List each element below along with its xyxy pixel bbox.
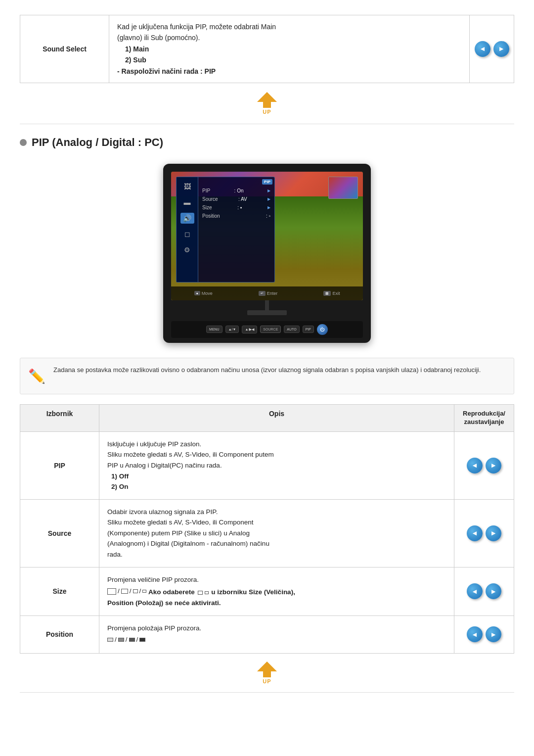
source-row-desc: Odabir izvora ulaznog signala za PIP. Sl… xyxy=(99,500,454,567)
osd-source-val: : AV xyxy=(238,196,247,202)
source-next-btn[interactable] xyxy=(486,525,501,541)
pos-box-1 xyxy=(107,638,113,642)
osd-size-key: Size xyxy=(202,205,212,210)
osd-source-key: Source xyxy=(202,196,218,202)
source-row: Source Odabir izvora ulaznog signala za … xyxy=(20,500,514,567)
pip-row-label: PIP xyxy=(20,432,99,499)
pip-next-btn[interactable] xyxy=(486,458,501,473)
bottom-up-arrow-container: UP xyxy=(0,654,534,684)
pip-prev-btn[interactable] xyxy=(467,458,483,473)
pip-small-window xyxy=(328,177,358,199)
osd-position-val: : ▫ xyxy=(266,213,270,219)
source-desc-3: (Komponente) putem PIP (Slike u slici) u… xyxy=(107,529,250,537)
col-opis-header: Opis xyxy=(99,405,454,431)
osd-enter-btn: ↵ Enter xyxy=(259,291,278,296)
size-box-md xyxy=(121,589,128,594)
size-box-xs xyxy=(142,590,146,593)
mon-btn-pip[interactable]: PIP xyxy=(303,326,314,333)
pos-sep-3: / xyxy=(136,634,138,645)
position-row-desc: Promjena položaja PIP prozora. / / / xyxy=(99,616,454,653)
osd-row-size: Size : ▪ ▶ xyxy=(202,205,270,210)
size-box-lg xyxy=(107,588,116,595)
osd-exit-label: Exit xyxy=(332,291,340,296)
pos-box-2 xyxy=(118,638,124,642)
desc-line2: (glavno) ili Sub (pomoćno). xyxy=(117,34,200,42)
position-next-btn[interactable] xyxy=(486,626,501,642)
pip-desc-1: Isključuje i uključuje PIP zaslon. xyxy=(107,440,201,448)
stand-neck xyxy=(265,300,269,310)
osd-pip-val: : On xyxy=(234,188,244,193)
mon-btn-menu[interactable]: MENU xyxy=(206,326,222,333)
osd-row-source: Source : AV ▶ xyxy=(202,196,270,202)
size-prev-btn[interactable] xyxy=(467,583,483,599)
mon-btn-av[interactable]: ▲/▼ xyxy=(225,326,239,333)
size-smallest-ref xyxy=(198,591,203,595)
osd-move-label: Move xyxy=(202,291,213,296)
mon-btn-nav[interactable]: ▲/▶◀ xyxy=(242,326,257,333)
source-desc-2: Sliku možete gledati s AV, S-Video, ili … xyxy=(107,519,253,526)
osd-enter-label: Enter xyxy=(267,291,278,296)
col-repr-header: Reprodukcija/ zaustavljanje xyxy=(454,405,514,431)
pip-row-desc: Isključuje i uključuje PIP zaslon. Sliku… xyxy=(99,432,454,499)
osd-position-key: Position xyxy=(202,213,220,219)
monitor-screen: 🖼 ▬ 🔊 ◻ ⚙ PIP PIP : On ▶ xyxy=(171,172,363,300)
desc-option2: 2) Sub xyxy=(125,56,146,64)
position-row: Position Promjena položaja PIP prozora. … xyxy=(20,616,514,653)
sound-select-btn-pair xyxy=(475,41,509,57)
heading-dot-icon xyxy=(20,139,27,146)
osd-source-arrow: ▶ xyxy=(267,197,270,201)
monitor-outer: 🖼 ▬ 🔊 ◻ ⚙ PIP PIP : On ▶ xyxy=(163,164,371,343)
desc-option1: 1) Main xyxy=(125,45,149,53)
size-row: Size Promjena veličine PIP prozora. / / … xyxy=(20,567,514,616)
sound-select-desc: Kad je uključena funkcija PIP, možete od… xyxy=(109,15,469,83)
source-desc-1: Odabir izvora ulaznog signala za PIP. xyxy=(107,508,218,516)
monitor-container: 🖼 ▬ 🔊 ◻ ⚙ PIP PIP : On ▶ xyxy=(0,164,534,343)
sound-select-table: Sound Select Kad je uključena funkcija P… xyxy=(20,15,514,83)
sound-select-prev-btn[interactable] xyxy=(475,41,490,57)
position-row-label: Position xyxy=(20,616,99,653)
mon-btn-power[interactable]: ⏻ xyxy=(317,324,328,335)
osd-pip-key: PIP xyxy=(202,188,210,193)
source-desc-4: (Analognom) i Digital (Digitalnom - raču… xyxy=(107,540,269,547)
source-prev-btn[interactable] xyxy=(467,525,483,541)
position-desc-1: Promjena položaja PIP prozora. xyxy=(107,624,201,632)
monitor-buttons-row: MENU ▲/▼ ▲/▶◀ SOURCE AUTO PIP ⏻ xyxy=(171,321,363,338)
main-table: Izbornik Opis Reprodukcija/ zaustavljanj… xyxy=(20,404,514,654)
sound-select-icons xyxy=(469,15,514,83)
osd-exit-icon: ▦ xyxy=(323,291,331,296)
size-row-label: Size xyxy=(20,567,99,615)
osd-move-btn: ● Move xyxy=(194,291,213,296)
sound-select-row: Sound Select Kad je uključena funkcija P… xyxy=(20,15,514,83)
pip-desc-4: 1) Off xyxy=(111,472,129,480)
pip-btn-pair xyxy=(467,458,501,473)
bottom-up-arrow-head xyxy=(257,662,277,671)
osd-pip-arrow: ▶ xyxy=(267,189,270,193)
osd-move-icon: ● xyxy=(194,291,200,295)
pos-sep-1: / xyxy=(115,634,117,645)
size-sep-2: / xyxy=(130,586,132,597)
size-next-btn[interactable] xyxy=(486,583,501,599)
size-row-desc: Promjena veličine PIP prozora. / / / Ako… xyxy=(99,567,454,615)
pos-box-3 xyxy=(129,638,135,642)
desc-line1: Kad je uključena funkcija PIP, možete od… xyxy=(117,23,276,31)
position-row-icons xyxy=(454,616,514,653)
bottom-up-arrow-text: UP xyxy=(263,678,271,684)
source-row-icons xyxy=(454,500,514,567)
osd-menu: 🖼 ▬ 🔊 ◻ ⚙ PIP PIP : On ▶ xyxy=(176,177,275,283)
position-prev-btn[interactable] xyxy=(467,626,483,642)
osd-content: PIP PIP : On ▶ Source : AV ▶ xyxy=(198,177,274,282)
size-sep-1: / xyxy=(118,586,120,597)
bottom-up-arrow: UP xyxy=(257,662,277,684)
desc-option3: - Raspoloživi načini rada : PIP xyxy=(117,67,216,75)
mon-btn-source[interactable]: SOURCE xyxy=(260,326,281,333)
sound-select-next-btn[interactable] xyxy=(493,41,509,57)
pip-label-top: PIP xyxy=(262,179,272,185)
size-bold-text: Ako odaberete xyxy=(148,589,197,596)
osd-row-pip: PIP : On ▶ xyxy=(202,188,270,193)
osd-exit-btn: ▦ Exit xyxy=(323,291,340,296)
pip-row: PIP Isključuje i uključuje PIP zaslon. S… xyxy=(20,432,514,500)
osd-icon-1: 🖼 xyxy=(180,181,194,192)
sound-select-label: Sound Select xyxy=(20,15,109,83)
mon-btn-auto[interactable]: AUTO xyxy=(284,326,299,333)
bottom-up-arrow-body xyxy=(263,671,271,677)
